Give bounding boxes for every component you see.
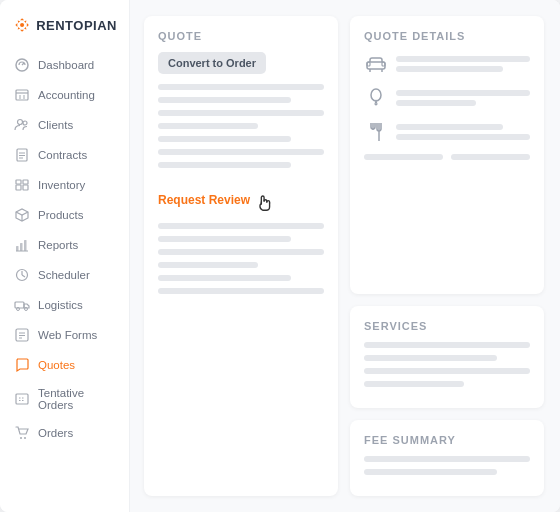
svg-rect-17 xyxy=(16,180,21,184)
balloon-icon xyxy=(364,86,388,110)
sidebar-item-label: Accounting xyxy=(38,89,95,101)
logo: RENTOPIAN xyxy=(0,0,129,50)
webforms-icon xyxy=(14,327,30,343)
sidebar-item-label: Reports xyxy=(38,239,78,251)
svg-rect-21 xyxy=(20,243,23,251)
cursor-icon xyxy=(254,191,276,213)
sidebar-item-contracts[interactable]: Contracts xyxy=(0,140,129,170)
main-content: QUOTE Convert to Order Request Review xyxy=(130,0,560,512)
contracts-icon xyxy=(14,147,30,163)
sofa-icon xyxy=(364,52,388,76)
svg-point-9 xyxy=(18,120,23,125)
svg-point-0 xyxy=(20,23,24,27)
sidebar-item-label: Logistics xyxy=(38,299,83,311)
fee-summary-title: Fee Summary xyxy=(364,434,530,446)
placeholder-line xyxy=(158,275,291,281)
quotes-icon xyxy=(14,357,30,373)
services-lines xyxy=(364,342,530,387)
svg-rect-27 xyxy=(15,302,24,308)
placeholder-line xyxy=(158,149,324,155)
svg-line-26 xyxy=(22,275,25,277)
sidebar-item-inventory[interactable]: Inventory xyxy=(0,170,129,200)
quote-panel-title: QUOTE xyxy=(158,30,324,42)
sidebar-item-label: Inventory xyxy=(38,179,85,191)
sidebar-item-label: Quotes xyxy=(38,359,75,371)
placeholder-line xyxy=(158,136,291,142)
placeholder-line xyxy=(158,262,258,268)
svg-rect-42 xyxy=(367,62,370,66)
placeholder-line xyxy=(158,223,324,229)
placeholder-line xyxy=(364,456,530,462)
placeholder-line xyxy=(158,162,291,168)
sidebar-item-label: Products xyxy=(38,209,83,221)
svg-rect-22 xyxy=(24,240,27,251)
detail-row-balloon xyxy=(364,86,530,110)
sidebar-item-scheduler[interactable]: Scheduler xyxy=(0,260,129,290)
svg-rect-18 xyxy=(23,180,28,184)
svg-point-28 xyxy=(17,308,20,311)
detail-extra-lines xyxy=(364,154,530,160)
fee-summary-panel: Fee Summary xyxy=(350,420,544,496)
quote-details-title: Quote Details xyxy=(364,30,530,42)
brand-name: RENTOPIAN xyxy=(36,18,117,33)
sidebar-item-orders[interactable]: Orders xyxy=(0,418,129,448)
svg-rect-43 xyxy=(382,62,385,66)
sidebar-item-products[interactable]: Products xyxy=(0,200,129,230)
placeholder-line xyxy=(364,154,443,160)
right-column: Quote Details xyxy=(350,16,544,496)
placeholder-line xyxy=(364,355,497,361)
placeholder-line xyxy=(158,110,324,116)
placeholder-line xyxy=(396,134,530,140)
services-title: Services xyxy=(364,320,530,332)
quote-details-panel: Quote Details xyxy=(350,16,544,294)
sidebar-item-logistics[interactable]: Logistics xyxy=(0,290,129,320)
sidebar-item-webforms[interactable]: Web Forms xyxy=(0,320,129,350)
placeholder-line xyxy=(364,342,530,348)
placeholder-line xyxy=(158,97,291,103)
svg-point-10 xyxy=(23,121,27,125)
sidebar-item-quotes[interactable]: Quotes xyxy=(0,350,129,380)
svg-line-2 xyxy=(22,63,24,65)
sidebar-item-dashboard[interactable]: Dashboard xyxy=(0,50,129,80)
request-review-button[interactable]: Request Review xyxy=(158,193,250,207)
orders-icon xyxy=(14,425,30,441)
placeholder-line xyxy=(364,381,464,387)
sidebar-item-reports[interactable]: Reports xyxy=(0,230,129,260)
quote-bottom-section: Request Review xyxy=(158,191,324,301)
sidebar-item-label: Tentative Orders xyxy=(38,387,117,411)
accounting-icon xyxy=(14,87,30,103)
svg-rect-15 xyxy=(16,185,21,190)
sidebar-item-clients[interactable]: Clients xyxy=(0,110,129,140)
svg-rect-16 xyxy=(23,185,28,190)
svg-point-38 xyxy=(24,437,26,439)
nav-list: Dashboard Accounting xyxy=(0,50,129,448)
cursor-icon-container xyxy=(254,191,276,217)
sidebar-item-tentative[interactable]: Tentative Orders xyxy=(0,380,129,418)
reports-icon xyxy=(14,237,30,253)
tentative-icon xyxy=(14,391,30,407)
placeholder-line xyxy=(451,154,530,160)
sidebar-item-label: Clients xyxy=(38,119,73,131)
utensils-icon xyxy=(364,120,388,144)
convert-to-order-button[interactable]: Convert to Order xyxy=(158,52,266,74)
services-panel: Services xyxy=(350,306,544,408)
clients-icon xyxy=(14,117,30,133)
sidebar-item-label: Web Forms xyxy=(38,329,97,341)
placeholder-line xyxy=(396,66,503,72)
quote-panel: QUOTE Convert to Order Request Review xyxy=(144,16,338,496)
placeholder-line xyxy=(158,249,324,255)
sidebar-item-label: Dashboard xyxy=(38,59,94,71)
svg-rect-3 xyxy=(16,90,28,100)
placeholder-line xyxy=(396,90,530,96)
sidebar-item-accounting[interactable]: Accounting xyxy=(0,80,129,110)
sidebar: RENTOPIAN Dashboard xyxy=(0,0,130,512)
placeholder-line xyxy=(158,288,324,294)
svg-point-37 xyxy=(20,437,22,439)
logistics-icon xyxy=(14,297,30,313)
quote-top-section: Convert to Order xyxy=(158,52,324,175)
placeholder-line xyxy=(158,123,258,129)
dashboard-icon xyxy=(14,57,30,73)
sidebar-item-label: Scheduler xyxy=(38,269,90,281)
placeholder-line xyxy=(396,56,530,62)
detail-lines xyxy=(396,56,530,72)
